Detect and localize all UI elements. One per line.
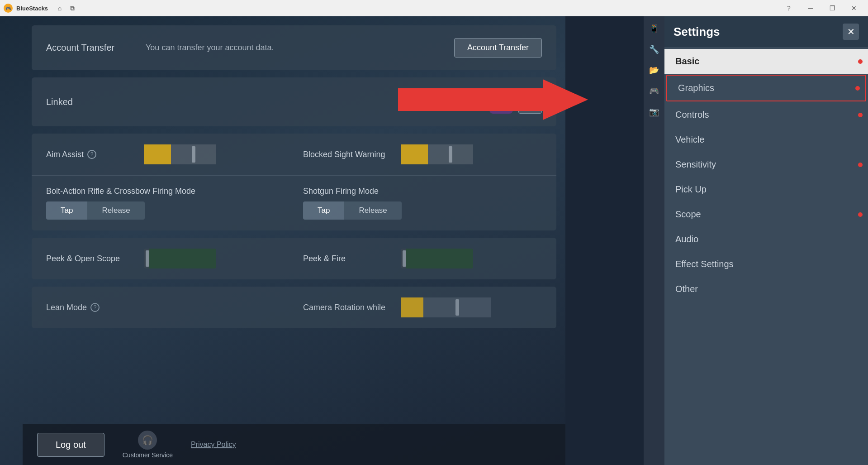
bolt-action-tap-button[interactable]: Tap [46,201,87,220]
settings-close-button[interactable]: ✕ [843,24,859,40]
nav-item-vehicle[interactable]: Vehicle [664,127,868,152]
home-icon[interactable]: ⌂ [55,4,64,13]
lean-mode-help-icon[interactable]: ? [90,303,100,312]
shotgun-tap-button[interactable]: Tap [303,201,344,220]
peek-row: Peek & Open Scope Peek & Fire [32,238,556,279]
peek-open-scope-toggle[interactable] [144,249,216,268]
nav-item-controls[interactable]: Controls [664,102,868,127]
shotgun-label: Shotgun Firing Mode [303,187,542,196]
titlebar: 🎮 BlueStacks ⌂ ⧉ ? ─ ❐ ✕ [0,0,868,16]
minimize-button[interactable]: ─ [800,0,821,16]
nav-label-pickup: Pick Up [675,184,707,195]
peek-fire-handle [403,250,406,267]
blocked-sight-toggle[interactable] [401,144,473,164]
account-transfer-button[interactable]: Account Transfer [454,38,542,58]
account-transfer-card: Account Transfer You can transfer your a… [32,25,556,70]
nav-label-vehicle: Vehicle [675,134,705,145]
linked-row: Linked 🎮 + [32,77,556,126]
nav-item-effect-settings[interactable]: Effect Settings [664,252,868,277]
sidebar-icon-5[interactable]: 📷 [647,105,661,119]
settings-nav: Basic Graphics Controls Vehicle Sensitiv… [664,47,868,465]
shotgun-col: Shotgun Firing Mode Tap Release [303,187,542,220]
aim-assist-label: Aim Assist ? [46,150,137,159]
nav-item-scope[interactable]: Scope [664,202,868,227]
camera-handle [455,299,459,316]
settings-title: Settings [674,25,720,39]
app-title: BlueStacks [16,5,48,12]
bolt-action-buttons: Tap Release [46,201,285,220]
account-transfer-row: Account Transfer You can transfer your a… [32,25,556,70]
bolt-action-label: Bolt-Action Rifle & Crossbow Firing Mode [46,187,285,196]
linked-card: Linked 🎮 + [32,77,556,126]
nav-item-sensitivity[interactable]: Sensitivity [664,152,868,177]
peek-open-scope-handle [146,250,149,267]
aim-assist-handle [192,146,195,163]
sidebar-icon-4[interactable]: 🎮 [647,84,661,98]
help-button[interactable]: ? [778,0,799,16]
aim-assist-col: Aim Assist ? [46,144,285,164]
aim-assist-item: Aim Assist ? [46,144,285,164]
peek-fire-fill [406,249,473,268]
aim-settings-card: Aim Assist ? Blocked Sight Warning [32,134,556,230]
nav-item-basic[interactable]: Basic [664,49,868,74]
nav-dot-graphics [855,86,860,91]
peek-open-scope-fill [149,249,216,268]
lean-mode-col: Lean Mode ? [46,303,285,312]
camera-rotation-col: Camera Rotation while [303,297,542,317]
nav-label-scope: Scope [675,209,701,220]
nav-dot-controls [858,113,863,117]
privacy-policy-link[interactable]: Privacy Policy [191,441,236,449]
nav-item-other[interactable]: Other [664,277,868,302]
nav-label-other: Other [675,284,698,294]
nav-dot-sensitivity [858,163,863,167]
camera-fill-gold [401,297,423,317]
logout-button[interactable]: Log out [37,433,104,457]
account-transfer-label: Account Transfer [46,43,146,53]
window-controls: ? ─ ❐ ✕ [778,0,864,16]
account-transfer-desc: You can transfer your account data. [146,43,454,53]
sidebar-icon-3[interactable]: 📂 [647,63,661,77]
shotgun-buttons: Tap Release [303,201,542,220]
peek-card: Peek & Open Scope Peek & Fire [32,238,556,279]
add-linked-button[interactable]: + [518,90,542,114]
peek-open-scope-col: Peek & Open Scope [46,249,285,268]
nav-label-graphics: Graphics [678,83,714,93]
firing-mode-row: Bolt-Action Rifle & Crossbow Firing Mode… [32,176,556,230]
bolt-action-release-button[interactable]: Release [87,201,144,220]
peek-fire-toggle[interactable] [401,249,473,268]
lean-mode-label: Lean Mode ? [46,303,285,312]
close-button[interactable]: ✕ [844,0,864,16]
customer-service-label: Customer Service [123,451,173,459]
nav-item-audio[interactable]: Audio [664,227,868,252]
customer-service-icon: 🎧 [138,431,157,450]
nav-item-pickup[interactable]: Pick Up [664,177,868,202]
bolt-action-col: Bolt-Action Rifle & Crossbow Firing Mode… [46,187,285,220]
aim-assist-help-icon[interactable]: ? [87,150,96,159]
blocked-sight-handle [449,146,452,163]
sidebar-icon-1[interactable]: 📱 [647,22,661,35]
restore-button[interactable]: ❐ [822,0,843,16]
nav-label-basic: Basic [675,56,699,67]
customer-service-button[interactable]: 🎧 Customer Service [123,431,173,459]
shotgun-release-button[interactable]: Release [344,201,401,220]
camera-rotation-label: Camera Rotation while [303,303,394,312]
right-sidebar: 📱 🔧 📂 🎮 📷 [644,16,664,465]
aim-assist-fill-dark [171,144,216,164]
peek-open-scope-label: Peek & Open Scope [46,254,137,264]
titlebar-icons: ⌂ ⧉ [55,4,77,13]
peek-fire-label: Peek & Fire [303,254,394,264]
main-content: Account Transfer You can transfer your a… [23,16,565,465]
blocked-sight-item: Blocked Sight Warning [303,144,542,164]
nav-item-graphics[interactable]: Graphics [666,75,866,101]
multi-icon[interactable]: ⧉ [68,4,77,13]
camera-rotation-toggle[interactable] [401,297,491,317]
blocked-sight-col: Blocked Sight Warning [303,144,542,164]
camera-fill-light [423,297,491,317]
aim-assist-fill-gold [144,144,171,164]
nav-dot-basic [858,59,863,64]
lean-row: Lean Mode ? Camera Rotation while [32,287,556,328]
sidebar-icon-2[interactable]: 🔧 [647,43,661,56]
app-logo: 🎮 [4,4,13,13]
aim-assist-toggle[interactable] [144,144,216,164]
lean-card: Lean Mode ? Camera Rotation while [32,287,556,328]
